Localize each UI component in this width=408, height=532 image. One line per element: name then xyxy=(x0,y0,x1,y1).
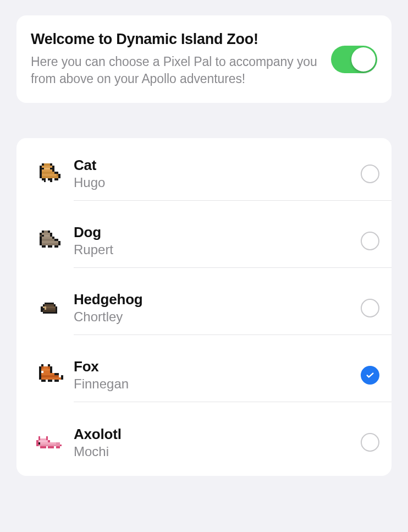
dog-icon xyxy=(37,228,63,254)
svg-rect-110 xyxy=(38,445,60,447)
svg-rect-2 xyxy=(50,163,52,166)
svg-rect-34 xyxy=(50,233,52,235)
svg-rect-83 xyxy=(43,371,50,373)
svg-rect-101 xyxy=(38,438,41,441)
svg-rect-38 xyxy=(50,235,52,237)
svg-rect-15 xyxy=(40,172,42,174)
svg-rect-0 xyxy=(42,163,44,166)
svg-rect-46 xyxy=(40,241,42,243)
svg-rect-105 xyxy=(48,441,50,443)
svg-rect-19 xyxy=(57,174,59,176)
select-radio-cat[interactable] xyxy=(361,164,379,183)
pal-species-label: Fox xyxy=(74,358,361,375)
svg-rect-50 xyxy=(58,243,60,245)
svg-rect-26 xyxy=(54,178,59,180)
svg-rect-66 xyxy=(56,308,57,310)
pal-name-label: Mochi xyxy=(74,444,361,459)
svg-rect-31 xyxy=(48,231,50,233)
fox-icon xyxy=(37,362,63,388)
axolotl-icon xyxy=(36,430,64,454)
svg-rect-8 xyxy=(44,168,51,170)
svg-rect-113 xyxy=(40,446,46,448)
svg-rect-94 xyxy=(61,377,63,380)
pal-name-label: Hugo xyxy=(74,175,361,190)
pal-species-label: Cat xyxy=(74,157,361,174)
svg-rect-107 xyxy=(40,442,56,445)
svg-rect-104 xyxy=(38,441,48,443)
svg-rect-75 xyxy=(48,366,50,369)
svg-rect-85 xyxy=(41,373,54,375)
svg-rect-14 xyxy=(42,172,54,174)
svg-rect-40 xyxy=(40,237,42,239)
toggle-knob xyxy=(351,47,376,72)
svg-rect-49 xyxy=(40,243,42,245)
svg-rect-108 xyxy=(36,442,38,445)
list-item-cat[interactable]: Cat Hugo xyxy=(16,140,392,207)
svg-rect-92 xyxy=(41,377,61,380)
svg-rect-65 xyxy=(46,308,56,310)
intro-card: Welcome to Dynamic Island Zoo! Here you … xyxy=(16,15,392,103)
svg-rect-86 xyxy=(39,373,41,375)
list-item-axolotl[interactable]: Axolotl Mochi xyxy=(16,409,392,476)
svg-rect-33 xyxy=(42,233,50,235)
intro-title: Welcome to Dynamic Island Zoo! xyxy=(31,31,320,48)
svg-rect-112 xyxy=(60,445,62,447)
list-item-fox[interactable]: Fox Finnegan xyxy=(16,342,392,409)
svg-rect-3 xyxy=(40,166,42,168)
svg-rect-82 xyxy=(41,371,43,373)
svg-rect-87 xyxy=(54,373,59,375)
svg-rect-70 xyxy=(43,312,58,314)
svg-rect-81 xyxy=(39,371,41,373)
svg-rect-23 xyxy=(58,176,60,178)
select-radio-hedgehog[interactable] xyxy=(361,299,379,317)
hedgehog-icon xyxy=(39,297,61,319)
svg-rect-64 xyxy=(45,308,46,310)
svg-rect-17 xyxy=(42,174,57,176)
intro-description: Here you can choose a Pixel Pal to accom… xyxy=(31,53,320,87)
pal-name-label: Chortley xyxy=(74,309,361,325)
svg-rect-77 xyxy=(50,366,52,369)
svg-rect-5 xyxy=(52,166,54,168)
svg-rect-36 xyxy=(42,235,44,237)
svg-rect-99 xyxy=(46,436,48,438)
list-item-hedgehog[interactable]: Hedgehog Chortley xyxy=(16,275,392,342)
svg-rect-51 xyxy=(42,245,46,248)
svg-rect-16 xyxy=(54,172,59,174)
svg-rect-24 xyxy=(42,178,46,180)
select-radio-fox[interactable] xyxy=(361,366,379,385)
svg-rect-6 xyxy=(40,168,42,170)
select-radio-dog[interactable] xyxy=(361,232,379,250)
list-item-dog[interactable]: Dog Rupert xyxy=(16,207,392,275)
svg-rect-47 xyxy=(58,241,60,243)
svg-rect-11 xyxy=(42,169,52,172)
pal-name-label: Rupert xyxy=(74,242,361,257)
svg-rect-71 xyxy=(41,364,43,366)
pal-list: Cat Hugo xyxy=(16,138,392,476)
select-radio-axolotl[interactable] xyxy=(361,433,379,452)
pal-species-label: Axolotl xyxy=(74,426,361,443)
svg-rect-28 xyxy=(50,180,52,183)
svg-rect-68 xyxy=(41,310,42,311)
svg-rect-60 xyxy=(46,306,56,308)
svg-rect-97 xyxy=(54,380,59,382)
svg-rect-21 xyxy=(42,176,59,178)
svg-rect-61 xyxy=(56,306,57,308)
svg-rect-90 xyxy=(59,375,61,377)
svg-rect-12 xyxy=(40,169,42,172)
svg-rect-13 xyxy=(52,169,54,172)
svg-rect-41 xyxy=(52,237,54,239)
svg-rect-102 xyxy=(46,438,48,441)
svg-rect-45 xyxy=(42,241,59,243)
svg-rect-44 xyxy=(54,239,59,241)
svg-rect-96 xyxy=(48,380,52,382)
enable-toggle[interactable] xyxy=(331,46,377,73)
svg-rect-52 xyxy=(48,245,52,248)
svg-rect-88 xyxy=(41,375,59,377)
svg-rect-27 xyxy=(44,180,46,183)
svg-rect-91 xyxy=(61,375,63,377)
svg-rect-73 xyxy=(41,366,43,369)
svg-rect-35 xyxy=(40,235,42,237)
svg-rect-29 xyxy=(42,231,44,233)
svg-rect-109 xyxy=(56,442,60,445)
svg-rect-25 xyxy=(48,178,52,180)
